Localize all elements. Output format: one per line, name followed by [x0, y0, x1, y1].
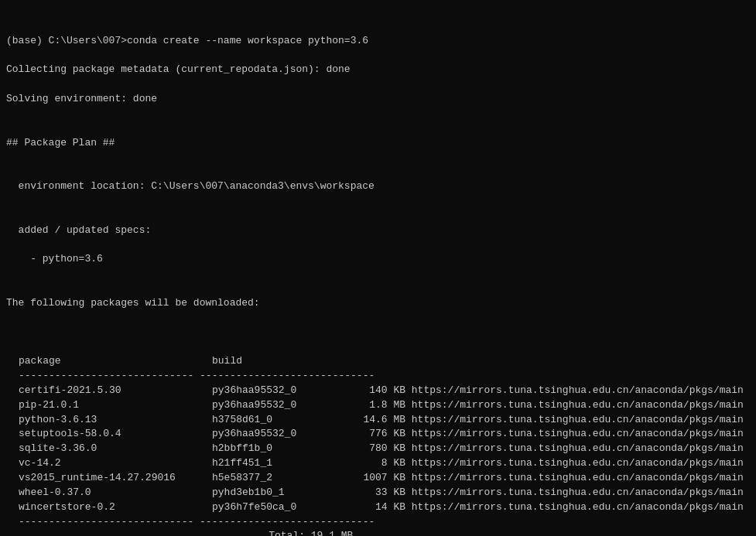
table-row-8: wincertstore-0.2py36h7fe50ca_014 KB http…: [19, 500, 750, 515]
total-row: Total: 19.1 MB: [19, 529, 750, 536]
python-spec-line: - python=3.6: [6, 252, 750, 267]
terminal-body: (base) C:\Users\007>conda create --name …: [6, 5, 750, 354]
pkg-url-4: https://mirrors.tuna.tsinghua.edu.cn/ana…: [412, 442, 744, 454]
col-build-header: build: [212, 355, 242, 367]
package-table-container: packagebuild ---------------------------…: [19, 354, 750, 536]
pkg-build-0: py36haa95532_0: [212, 384, 347, 398]
pkg-build-6: h5e58377_2: [212, 471, 347, 486]
pkg-name-8: wincertstore-0.2: [19, 500, 212, 515]
pkg-size-0: 140 KB: [347, 384, 405, 398]
table-row-2: python-3.6.13h3758d61_014.6 MB https://m…: [19, 413, 750, 428]
total-label: Total:: [19, 529, 305, 536]
pkg-url-5: https://mirrors.tuna.tsinghua.edu.cn/ana…: [412, 457, 744, 469]
pkg-name-1: pip-21.0.1: [19, 398, 212, 413]
terminal-window: (base) C:\Users\007>conda create --name …: [6, 5, 750, 536]
table-row-1: pip-21.0.1py36haa95532_01.8 MB https://m…: [19, 398, 750, 413]
pkg-name-4: sqlite-3.36.0: [19, 442, 212, 456]
env-location-line: environment location: C:\Users\007\anaco…: [6, 179, 750, 194]
download-header: The following packages will be downloade…: [6, 296, 750, 311]
pkg-name-0: certifi-2021.5.30: [19, 384, 212, 398]
pkg-build-2: h3758d61_0: [212, 413, 347, 428]
pkg-url-0: https://mirrors.tuna.tsinghua.edu.cn/ana…: [412, 384, 744, 396]
table-row-7: wheel-0.37.0pyhd3eb1b0_133 KB https://mi…: [19, 486, 750, 500]
pkg-build-3: py36haa95532_0: [212, 427, 347, 442]
pkg-name-6: vs2015_runtime-14.27.29016: [19, 471, 212, 486]
table-separator: ----------------------------- ----------…: [19, 369, 750, 384]
pkg-url-7: https://mirrors.tuna.tsinghua.edu.cn/ana…: [412, 486, 744, 498]
cmd-line: (base) C:\Users\007>conda create --name …: [6, 34, 750, 49]
added-specs-line: added / updated specs:: [6, 224, 750, 238]
table-separator-bottom: ----------------------------- ----------…: [19, 515, 750, 530]
pkg-name-7: wheel-0.37.0: [19, 486, 212, 500]
pkg-plan-line: ## Package Plan ##: [6, 136, 750, 151]
pkg-url-3: https://mirrors.tuna.tsinghua.edu.cn/ana…: [412, 428, 744, 439]
table-row-0: certifi-2021.5.30py36haa95532_0140 KB ht…: [19, 384, 750, 398]
pkg-name-3: setuptools-58.0.4: [19, 427, 212, 442]
pkg-size-8: 14 KB: [347, 500, 405, 515]
pkg-build-1: py36haa95532_0: [212, 398, 347, 413]
pkg-name-2: python-3.6.13: [19, 413, 212, 428]
pkg-size-7: 33 KB: [347, 486, 405, 500]
pkg-build-7: pyhd3eb1b0_1: [212, 486, 347, 500]
pkg-size-6: 1007 KB: [347, 471, 405, 486]
pkg-size-3: 776 KB: [347, 427, 405, 442]
pkg-build-4: h2bbff1b_0: [212, 442, 347, 456]
table-header-row: packagebuild: [19, 354, 750, 369]
pkg-url-8: https://mirrors.tuna.tsinghua.edu.cn/ana…: [412, 501, 744, 513]
pkg-url-2: https://mirrors.tuna.tsinghua.edu.cn/ana…: [412, 414, 744, 425]
pkg-size-1: 1.8 MB: [347, 398, 405, 413]
pkg-url-6: https://mirrors.tuna.tsinghua.edu.cn/ana…: [412, 472, 744, 483]
pkg-url-1: https://mirrors.tuna.tsinghua.edu.cn/ana…: [412, 399, 744, 411]
pkg-size-2: 14.6 MB: [347, 413, 405, 428]
table-row-6: vs2015_runtime-14.27.29016h5e58377_21007…: [19, 471, 750, 486]
table-row-4: sqlite-3.36.0h2bbff1b_0780 KB https://mi…: [19, 442, 750, 456]
pkg-size-5: 8 KB: [347, 456, 405, 471]
table-row-3: setuptools-58.0.4py36haa95532_0776 KB ht…: [19, 427, 750, 442]
pkg-build-5: h21ff451_1: [212, 456, 347, 471]
pkg-name-5: vc-14.2: [19, 456, 212, 471]
total-size: 19.1 MB: [311, 530, 354, 536]
table-row-5: vc-14.2h21ff451_18 KB https://mirrors.tu…: [19, 456, 750, 471]
collecting-line: Collecting package metadata (current_rep…: [6, 63, 750, 77]
col-package-header: package: [19, 354, 212, 369]
pkg-size-4: 780 KB: [347, 442, 405, 456]
solving-line: Solving environment: done: [6, 92, 750, 107]
pkg-build-8: py36h7fe50ca_0: [212, 500, 347, 515]
